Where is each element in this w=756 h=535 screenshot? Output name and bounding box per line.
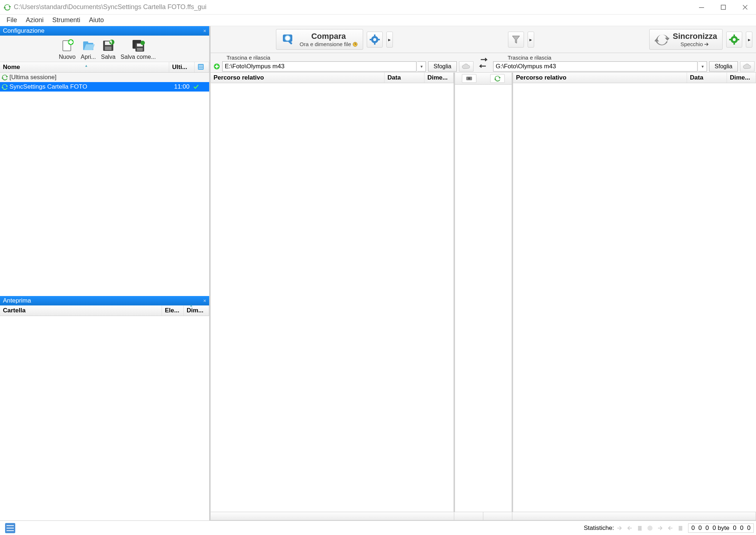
left-col-size[interactable]: Dime...	[424, 73, 454, 83]
left-path-side: Trascina e rilascia ▾ Sfoglia	[211, 53, 475, 72]
window-controls	[691, 0, 756, 15]
config-toolbar: Nuovo Apri... Salva	[0, 36, 209, 62]
compare-button[interactable]: Compara Ora e dimensione file	[276, 29, 363, 50]
left-col-path[interactable]: Percorso relativo	[211, 73, 385, 83]
right-path-input[interactable]	[493, 61, 698, 72]
config-panel-close-icon[interactable]: ×	[203, 28, 206, 34]
maximize-button[interactable]	[712, 0, 734, 15]
menu-file[interactable]: File	[2, 15, 21, 25]
svg-rect-43	[733, 42, 735, 45]
stat-icon-3	[637, 525, 643, 531]
path-row: Trascina e rilascia ▾ Sfoglia Trasci	[211, 53, 756, 73]
sync-dropdown-button[interactable]: ▸	[746, 32, 752, 48]
checkmark-icon	[193, 84, 208, 90]
left-col-date[interactable]: Data	[385, 73, 424, 83]
add-pair-button[interactable]	[212, 61, 221, 72]
status-bar: Statistiche: 0 0 0 0 byte 0 0 0	[0, 520, 756, 535]
preview-col-size[interactable]: Dim...	[184, 305, 209, 316]
menu-aiuto[interactable]: Aiuto	[85, 15, 108, 25]
config-row-last-session[interactable]: [Ultima sessione]	[0, 73, 209, 82]
left-path-dropdown[interactable]: ▾	[417, 61, 426, 72]
right-col-date[interactable]: Data	[687, 73, 727, 83]
category-button[interactable]	[462, 74, 476, 83]
stat-v3: 0	[706, 524, 709, 532]
preview-body	[0, 316, 209, 520]
svg-rect-55	[638, 526, 642, 531]
svg-point-41	[733, 38, 736, 41]
right-col-size[interactable]: Dime...	[727, 73, 756, 83]
right-browse-button[interactable]: Sfoglia	[709, 61, 738, 72]
new-file-icon	[60, 38, 74, 53]
right-grid: Percorso relativo Data Dime...	[513, 73, 756, 512]
config-row-time: 11:00	[168, 83, 193, 90]
stats-label: Statistiche:	[584, 524, 614, 532]
svg-point-50	[468, 77, 470, 80]
config-row-selected[interactable]: SyncSettings Cartella FOTO 11:00	[0, 82, 209, 92]
svg-rect-57	[679, 526, 682, 531]
left-pane: Configurazione × Nuovo Apri...	[0, 26, 211, 520]
config-col-name[interactable]: Nome▴	[0, 62, 169, 72]
svg-rect-1	[721, 5, 725, 9]
overview-icon[interactable]	[4, 522, 16, 534]
new-button-label: Nuovo	[59, 54, 76, 60]
config-col-icon[interactable]	[195, 62, 209, 72]
stat-v2: 0	[698, 524, 702, 532]
app-icon	[4, 4, 11, 11]
compare-dropdown-button[interactable]: ▸	[386, 32, 393, 48]
save-as-button[interactable]: Salva come...	[119, 38, 157, 61]
svg-rect-12	[83, 41, 88, 44]
config-list-body	[0, 92, 209, 296]
svg-rect-37	[374, 42, 375, 45]
menu-azioni[interactable]: Azioni	[21, 15, 48, 25]
action-button[interactable]	[490, 74, 505, 83]
left-path-input[interactable]	[222, 61, 416, 72]
stat-bytes: 0 byte	[712, 524, 729, 532]
save-button[interactable]: Salva	[99, 38, 117, 61]
stat-icon-4	[647, 525, 653, 531]
stat-icon-2	[626, 525, 633, 531]
filter-dropdown-button[interactable]: ▸	[528, 32, 534, 48]
menu-bar: File Azioni Strumenti Aiuto	[0, 15, 756, 26]
close-button[interactable]	[734, 0, 756, 15]
filter-button[interactable]	[508, 32, 524, 48]
sync-arrows-icon	[655, 32, 669, 47]
gear-blue-icon	[370, 35, 380, 45]
new-button[interactable]: Nuovo	[57, 38, 77, 61]
clock-icon	[353, 42, 358, 47]
right-path-dropdown[interactable]: ▾	[698, 61, 707, 72]
stat-icon-6	[667, 525, 674, 531]
config-col-last[interactable]: Ulti...	[169, 62, 195, 72]
svg-rect-0	[699, 7, 704, 8]
menu-strumenti[interactable]: Strumenti	[48, 15, 85, 25]
sync-button[interactable]: Sincronizza Specchio	[649, 29, 723, 50]
open-button[interactable]: Apri...	[79, 38, 97, 61]
compare-title: Compara	[311, 32, 346, 41]
sync-subtitle: Specchio	[680, 41, 703, 47]
swap-button[interactable]	[475, 57, 492, 69]
minimize-button[interactable]	[691, 0, 712, 15]
right-drag-label: Trascina e rilascia	[493, 54, 755, 61]
svg-rect-36	[374, 35, 375, 37]
preview-col-elements[interactable]: Ele...	[162, 305, 184, 316]
gear-green-icon	[729, 35, 739, 45]
svg-rect-39	[378, 39, 380, 40]
funnel-icon	[511, 35, 521, 45]
svg-point-29	[285, 36, 290, 40]
left-cloud-button[interactable]	[459, 61, 473, 72]
left-browse-button[interactable]: Sfoglia	[428, 61, 457, 72]
preview-panel-close-icon[interactable]: ×	[203, 298, 206, 304]
sync-icon	[1, 74, 8, 81]
compare-settings-button[interactable]	[367, 32, 383, 48]
preview-panel-header: Anteprima ×	[0, 296, 209, 305]
stat-icon-7	[677, 525, 684, 531]
right-col-path[interactable]: Percorso relativo	[513, 73, 687, 83]
middle-grid-body	[455, 85, 512, 512]
preview-col-folder[interactable]: Cartella	[0, 305, 162, 316]
stat-v1: 0	[691, 524, 695, 532]
right-cloud-button[interactable]	[740, 61, 755, 72]
sync-settings-button[interactable]	[726, 32, 742, 48]
svg-rect-15	[105, 46, 111, 50]
config-list: [Ultima sessione] SyncSettings Cartella …	[0, 73, 209, 92]
save-as-button-label: Salva come...	[121, 54, 156, 60]
config-panel-header: Configurazione ×	[0, 26, 209, 36]
